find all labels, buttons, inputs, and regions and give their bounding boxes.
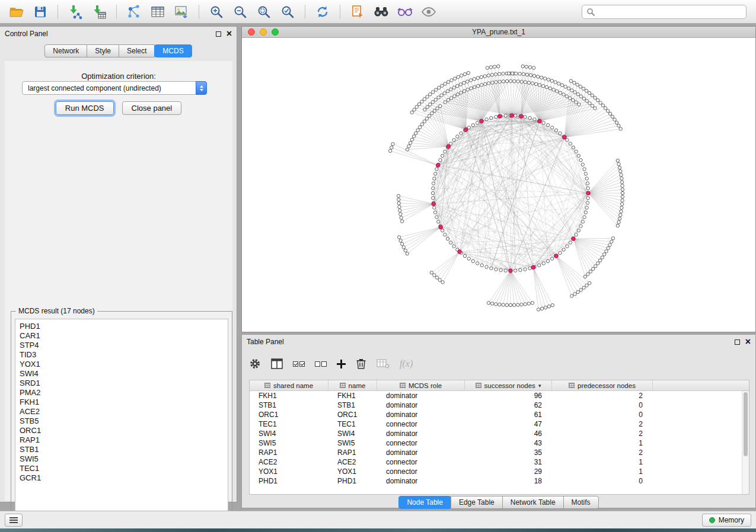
table-row[interactable]: PHD1PHD1dominator180 <box>250 476 742 486</box>
status-menu-button[interactable] <box>5 514 23 527</box>
table-cell: ORC1 <box>250 411 328 419</box>
criterion-dropdown[interactable]: largest connected component (undirected) <box>22 81 207 95</box>
table-cell: 0 <box>552 401 653 409</box>
mcds-result-list: PHD1CAR1STP4TID3YOX1SWI4SRD1PMA2FKH1ACE2… <box>15 319 228 526</box>
column-label: MCDS role <box>409 382 442 389</box>
float-panel-icon[interactable] <box>735 339 740 345</box>
table-cell: dominator <box>377 430 465 438</box>
result-node[interactable]: RAP1 <box>20 435 228 445</box>
tab-network[interactable]: Network <box>44 44 87 57</box>
new-network-icon[interactable] <box>123 3 145 21</box>
result-node[interactable]: STB5 <box>20 416 228 426</box>
zoom-fit-icon[interactable] <box>253 3 275 21</box>
table-cell: 2 <box>552 430 653 438</box>
tab-mcds[interactable]: MCDS <box>154 44 192 57</box>
float-panel-icon[interactable] <box>216 31 221 37</box>
zoom-in-icon[interactable] <box>206 3 227 21</box>
table-row[interactable]: ORC1ORC1dominator610 <box>250 410 742 419</box>
table-row[interactable]: RAP1RAP1dominator352 <box>250 448 742 457</box>
table-panel: Table Panel × f(x) shared namenameMCDS r… <box>241 334 756 508</box>
memory-button[interactable]: Memory <box>702 514 751 527</box>
table-row[interactable]: ACE2ACE2connector311 <box>250 457 742 467</box>
control-panel-tabs: NetworkStyleSelectMCDS <box>0 44 237 57</box>
mcds-result-title: MCDS result (17 nodes) <box>16 307 97 315</box>
result-node[interactable]: PHD1 <box>20 322 228 331</box>
clipboard-document-icon[interactable] <box>347 3 368 21</box>
add-row-icon[interactable] <box>337 360 346 368</box>
column-header-MCDS-role[interactable]: MCDS role <box>377 380 465 390</box>
export-image-icon[interactable] <box>171 3 192 21</box>
result-node[interactable]: TID3 <box>20 350 228 360</box>
menu-icon <box>9 517 18 523</box>
close-panel-icon[interactable]: × <box>227 31 232 37</box>
result-node[interactable]: TEC1 <box>20 464 228 473</box>
select-all-icon[interactable] <box>293 361 305 367</box>
result-node[interactable]: GCR1 <box>20 473 228 483</box>
dropdown-stepper-icon <box>196 81 207 95</box>
tab-edge-table[interactable]: Edge Table <box>451 496 503 509</box>
column-header-name[interactable]: name <box>328 380 377 390</box>
show-columns-icon[interactable] <box>271 358 283 369</box>
column-header-shared-name[interactable]: shared name <box>250 380 328 390</box>
result-node[interactable]: ORC1 <box>20 426 228 435</box>
table-cell: connector <box>377 420 465 428</box>
result-node[interactable]: SWI4 <box>20 369 228 379</box>
show-eye-icon[interactable] <box>418 3 439 21</box>
table-row[interactable]: FKH1FKH1dominator962 <box>250 391 742 400</box>
result-node[interactable]: SWI5 <box>20 454 228 464</box>
delete-row-icon[interactable] <box>356 358 366 370</box>
scrollbar-thumb[interactable] <box>744 392 748 456</box>
table-row[interactable]: TEC1TEC1connector472 <box>250 419 742 429</box>
tab-node-table[interactable]: Node Table <box>398 496 451 509</box>
result-node[interactable]: SRD1 <box>20 379 228 388</box>
control-panel: Control Panel × NetworkStyleSelectMCDS O… <box>0 26 237 502</box>
close-panel-icon[interactable]: × <box>745 339 751 345</box>
control-panel-title: Control Panel <box>5 30 48 38</box>
table-scrollbar[interactable] <box>742 391 749 494</box>
optimization-criterion-label: Optimization criterion: <box>5 72 232 81</box>
result-node[interactable]: STP4 <box>20 341 228 350</box>
network-canvas[interactable] <box>242 38 755 332</box>
result-node[interactable]: CAR1 <box>20 331 228 341</box>
binoculars-find-icon[interactable] <box>371 3 392 21</box>
mcds-tab-content: Optimization criterion: largest connecte… <box>5 61 232 501</box>
column-header-predecessor-nodes[interactable]: predecessor nodes <box>552 380 653 390</box>
zoom-out-icon[interactable] <box>229 3 251 21</box>
deselect-all-icon[interactable] <box>315 361 327 367</box>
table-row[interactable]: YOX1YOX1connector291 <box>250 467 742 476</box>
table-cell: 35 <box>465 448 552 457</box>
network-titlebar[interactable]: YPA_prune.txt_1 <box>242 27 755 38</box>
result-node[interactable]: ACE2 <box>20 407 228 416</box>
result-node[interactable]: YOX1 <box>20 360 228 369</box>
column-label: name <box>349 382 366 389</box>
tab-motifs[interactable]: Motifs <box>563 496 599 509</box>
tab-select[interactable]: Select <box>119 44 155 57</box>
column-header-successor-nodes[interactable]: successor nodes▾ <box>465 380 552 390</box>
run-mcds-button[interactable]: Run MCDS <box>56 101 114 115</box>
result-node[interactable]: STB1 <box>20 445 228 454</box>
tab-style[interactable]: Style <box>87 44 119 57</box>
zoom-selected-icon[interactable] <box>277 3 298 21</box>
search-box[interactable] <box>582 5 747 19</box>
result-node[interactable]: PMA2 <box>20 388 228 398</box>
table-row[interactable]: SWI5SWI5connector431 <box>250 438 742 448</box>
close-panel-button[interactable]: Close panel <box>122 101 182 115</box>
tab-network-table[interactable]: Network Table <box>502 496 564 509</box>
network-table-icon[interactable] <box>147 3 168 21</box>
search-input[interactable] <box>598 8 742 16</box>
import-network-icon[interactable] <box>65 3 86 21</box>
settings-gear-icon[interactable] <box>249 358 261 370</box>
table-panel-titlebar: Table Panel × <box>242 335 755 349</box>
import-table-icon[interactable] <box>88 3 110 21</box>
table-row[interactable]: SWI4SWI4dominator462 <box>250 429 742 438</box>
result-node[interactable]: FKH1 <box>20 398 228 407</box>
network-window: YPA_prune.txt_1 <box>241 26 756 332</box>
open-file-icon[interactable] <box>6 3 27 21</box>
table-cell: SWI4 <box>328 430 377 438</box>
memory-label: Memory <box>719 516 744 524</box>
hide-glasses-icon[interactable] <box>394 3 416 21</box>
table-cell: 2 <box>552 420 653 428</box>
refresh-layout-icon[interactable] <box>312 3 333 21</box>
table-row[interactable]: STB1STB1dominator620 <box>250 400 742 410</box>
save-session-icon[interactable] <box>30 3 51 21</box>
